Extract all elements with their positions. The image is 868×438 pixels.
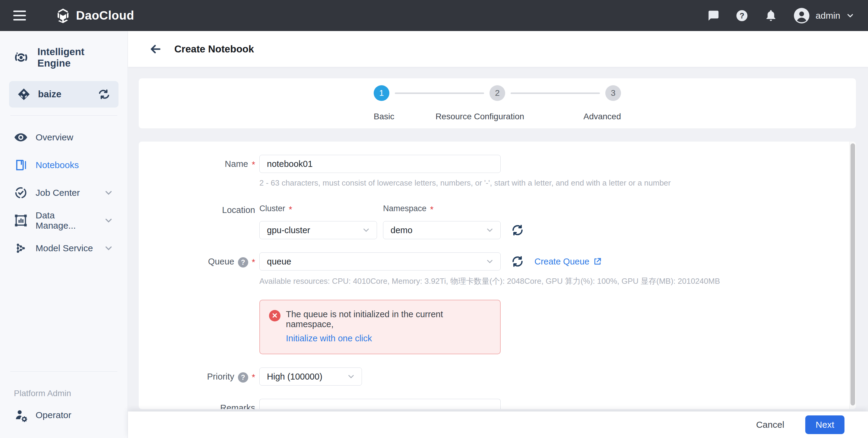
footer-action-bar: Cancel Next (128, 411, 868, 438)
top-header: DaoCloud ? admin (0, 0, 868, 31)
divider (10, 371, 117, 372)
sidebar-item-label: Notebooks (36, 160, 114, 170)
required-marker: * (430, 204, 433, 214)
sidebar-item-label: Operator (36, 410, 114, 420)
scrollbar-thumb[interactable] (850, 143, 855, 405)
step-3-label: Advanced (583, 112, 621, 122)
back-arrow-icon[interactable] (148, 41, 163, 57)
chevron-down-icon (103, 243, 114, 254)
sidebar-item-model-service[interactable]: Model Service (9, 234, 119, 262)
sidebar-item-overview[interactable]: Overview (9, 124, 119, 151)
workspace-icon (17, 87, 31, 101)
brand[interactable]: DaoCloud (55, 7, 134, 24)
priority-label: Priority (207, 372, 234, 382)
sidebar-item-operator[interactable]: Operator (9, 401, 119, 429)
cluster-label: Cluster (259, 204, 285, 214)
sidebar-item-data-management[interactable]: Data Manage... (9, 207, 119, 234)
stepper-card: 1 2 3 Basic Resource Configuration Advan… (139, 78, 856, 128)
chevron-down-icon (485, 226, 494, 235)
user-name: admin (815, 10, 840, 21)
error-x-icon: ✕ (269, 310, 280, 322)
avatar (793, 7, 810, 24)
remarks-textarea[interactable] (259, 399, 501, 409)
location-row: Location Cluster * gpu-cluster (139, 204, 856, 239)
eye-icon (14, 130, 28, 144)
job-center-icon (14, 186, 28, 200)
name-input[interactable] (259, 155, 501, 173)
product-header: Intelligent Engine (9, 44, 119, 81)
page-title: Create Notebook (174, 43, 254, 55)
chevron-down-icon (485, 257, 494, 266)
menu-toggle-icon[interactable] (13, 10, 26, 21)
create-queue-link-label: Create Queue (534, 257, 589, 267)
priority-row: Priority ? * High (100000) (139, 368, 856, 385)
sidebar-item-notebooks[interactable]: Notebooks (9, 151, 119, 179)
remarks-label: Remarks (220, 403, 255, 409)
operator-icon (14, 408, 28, 422)
switch-workspace-icon[interactable] (97, 88, 111, 101)
remarks-row: Remarks (139, 399, 856, 409)
external-link-icon (593, 257, 602, 266)
step-1-label: Basic (374, 112, 394, 122)
refresh-queue-icon[interactable] (511, 255, 524, 268)
sidebar-item-label: Job Center (36, 188, 96, 198)
step-1-circle: 1 (374, 85, 390, 101)
workspace-selector[interactable]: baize (9, 81, 119, 107)
svg-text:?: ? (740, 11, 744, 20)
user-menu[interactable]: admin (793, 7, 855, 24)
chevron-down-icon (362, 226, 371, 235)
namespace-label: Namespace (383, 204, 427, 214)
priority-select[interactable]: High (100000) (259, 368, 362, 385)
workspace-name: baize (38, 89, 90, 100)
error-text: The queue is not initialized in the curr… (286, 309, 491, 329)
queue-select[interactable]: queue (259, 252, 501, 271)
create-queue-link[interactable]: Create Queue (534, 257, 602, 267)
namespace-select-value: demo (391, 225, 485, 235)
brand-name: DaoCloud (76, 9, 134, 22)
required-marker: * (252, 257, 255, 267)
required-marker: * (252, 159, 255, 170)
chevron-down-icon (103, 215, 114, 226)
step-connector (510, 93, 600, 94)
basic-form-card: Name * 2 - 63 characters, must consist o… (139, 142, 856, 409)
sidebar-item-job-center[interactable]: Job Center (9, 179, 119, 207)
queue-select-value: queue (267, 257, 485, 267)
required-marker: * (289, 204, 292, 214)
notebook-icon (14, 158, 28, 172)
cancel-button[interactable]: Cancel (756, 419, 784, 430)
priority-select-value: High (100000) (267, 372, 346, 382)
chevron-down-icon (346, 372, 355, 381)
cluster-select[interactable]: gpu-cluster (259, 221, 377, 239)
daocloud-logo-icon (55, 7, 71, 24)
step-connector (395, 93, 484, 94)
chevron-down-icon (103, 188, 114, 198)
cluster-select-value: gpu-cluster (267, 225, 362, 235)
namespace-select[interactable]: demo (383, 221, 501, 239)
sidebar-item-label: Overview (36, 132, 114, 142)
help-icon[interactable]: ? (735, 9, 749, 22)
required-marker: * (252, 372, 255, 382)
data-management-icon (14, 213, 28, 228)
location-label: Location (222, 205, 255, 215)
queue-help-icon[interactable]: ? (238, 257, 248, 268)
chevron-down-icon (846, 11, 855, 20)
priority-help-icon[interactable]: ? (238, 372, 248, 382)
available-resources-text: Available resources: CPU: 4010Core, Memo… (259, 276, 856, 287)
name-row: Name * 2 - 63 characters, must consist o… (139, 155, 856, 188)
queue-row: Queue ? * queue (139, 252, 856, 354)
scrollbar[interactable] (849, 142, 856, 409)
initialize-queue-link[interactable]: Initialize with one click (286, 334, 491, 343)
intelligent-engine-icon (13, 49, 30, 66)
messages-icon[interactable] (706, 9, 720, 22)
notifications-bell-icon[interactable] (764, 9, 777, 22)
queue-label: Queue (208, 257, 234, 267)
refresh-namespace-icon[interactable] (511, 224, 524, 239)
model-service-icon (14, 241, 28, 255)
step-2-label: Resource Configuration (435, 112, 524, 122)
name-label: Name (225, 159, 248, 169)
divider (10, 115, 117, 116)
name-helper-text: 2 - 63 characters, must consist of lower… (259, 178, 856, 188)
stepper: 1 2 3 Basic Resource Configuration Advan… (374, 85, 621, 122)
next-button[interactable]: Next (805, 415, 844, 434)
step-2-circle: 2 (490, 85, 505, 101)
